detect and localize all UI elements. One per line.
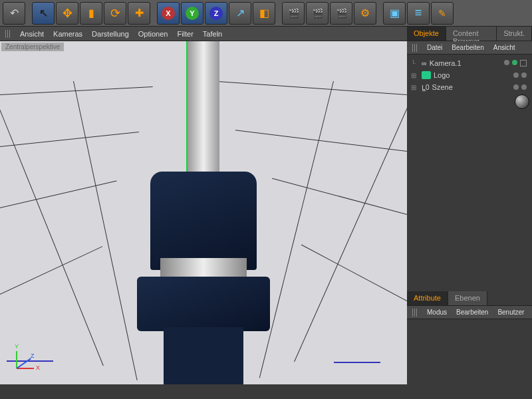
axis-y-label: Y: [15, 343, 19, 350]
axis-x-button[interactable]: X: [157, 2, 180, 25]
rotate-tool[interactable]: [104, 2, 126, 25]
tree-label: Logo: [434, 71, 450, 79]
menu-modus[interactable]: Modus: [427, 309, 447, 316]
tree-expand-icon[interactable]: ⊞: [411, 72, 419, 79]
menu-benutzer[interactable]: Benutzer: [497, 309, 524, 316]
cube-tool[interactable]: ▮: [80, 2, 102, 25]
axis-gizmo: X Y Z: [16, 335, 49, 368]
tab-objekte[interactable]: Objekte: [407, 27, 446, 41]
attributes-menubar: Modus Bearbeiten Benutzer: [407, 306, 532, 319]
objects-menubar: Datei Bearbeiten Ansicht: [407, 41, 532, 55]
render-button-1[interactable]: [282, 2, 305, 25]
menu-ansicht[interactable]: Ansicht: [20, 30, 44, 38]
tree-label: Kamera.1: [430, 59, 462, 67]
scale-tool[interactable]: [128, 2, 150, 25]
coord-tool[interactable]: ↗: [229, 2, 251, 25]
transform-tool[interactable]: ◧: [253, 2, 275, 25]
camera-icon: ∞: [422, 59, 427, 67]
layers-button[interactable]: [407, 2, 430, 25]
viewport-column: Ansicht Kameras Darstellung Optionen Fil…: [0, 27, 407, 384]
null-icon: [422, 71, 431, 79]
tab-attribute[interactable]: Attribute: [407, 291, 448, 305]
object-shadow: [164, 327, 243, 384]
render-settings-button[interactable]: [354, 2, 376, 25]
grip-icon: [412, 44, 418, 52]
tree-row-szene[interactable]: ⊞ L̲0 Szene: [408, 81, 531, 93]
menu-darstellung[interactable]: Darstellung: [92, 30, 129, 38]
menu-datei[interactable]: Datei: [427, 44, 442, 51]
tree-row-logo[interactable]: ⊞ Logo: [408, 69, 531, 81]
tree-expand-icon: └: [411, 60, 419, 67]
tree-expand-icon[interactable]: ⊞: [411, 84, 419, 91]
object-tree[interactable]: └ ∞ Kamera.1 ⊞ Logo ⊞ L̲0 Szene: [407, 55, 532, 291]
render-button-2[interactable]: [306, 2, 329, 25]
object-back: [150, 172, 257, 270]
attributes-panel: Attribute Ebenen Modus Bearbeiten Benutz…: [407, 291, 532, 384]
primitive-button[interactable]: [383, 2, 406, 25]
select-tool[interactable]: [32, 2, 55, 25]
render-button-3[interactable]: [330, 2, 352, 25]
axis-y-button[interactable]: Y: [181, 2, 203, 25]
object-seat: [137, 277, 270, 331]
tree-label: Szene: [432, 83, 453, 91]
menu-bearbeiten-attr[interactable]: Bearbeiten: [456, 309, 488, 316]
viewport-3d[interactable]: Zentralperspektive: [0, 41, 407, 384]
menu-optionen[interactable]: Optionen: [138, 30, 168, 38]
tab-struktur[interactable]: Strukt.: [497, 27, 532, 41]
scene-render: [0, 41, 407, 384]
grip-icon: [5, 30, 11, 38]
menu-tafeln[interactable]: Tafeln: [203, 30, 222, 38]
attributes-tabs: Attribute Ebenen: [407, 291, 532, 306]
null-icon: L̲0: [422, 84, 430, 91]
menu-kameras[interactable]: Kameras: [53, 30, 82, 38]
grip-icon: [412, 309, 418, 317]
tab-content-browser[interactable]: Content Browser: [446, 27, 497, 41]
menu-bearbeiten[interactable]: Bearbeiten: [452, 44, 483, 51]
tree-row-kamera[interactable]: └ ∞ Kamera.1: [408, 57, 531, 69]
axis-x-label: X: [36, 364, 40, 371]
move-tool[interactable]: [56, 2, 78, 25]
menu-filter[interactable]: Filter: [177, 30, 193, 38]
object-ribbon: [188, 41, 219, 174]
menu-ansicht-obj[interactable]: Ansicht: [493, 44, 515, 51]
main-toolbar: ↶ ▮ X Y Z ↗ ◧: [0, 0, 532, 27]
side-column: Objekte Content Browser Strukt. Datei Be…: [407, 27, 532, 384]
attributes-body: [407, 319, 532, 384]
objects-tabs: Objekte Content Browser Strukt.: [407, 27, 532, 41]
material-ball-icon[interactable]: [515, 94, 529, 109]
undo-button[interactable]: ↶: [3, 2, 25, 25]
axis-z-button[interactable]: Z: [205, 2, 227, 25]
edit-button[interactable]: [431, 2, 454, 25]
axis-z-label: Z: [31, 352, 35, 359]
tab-ebenen[interactable]: Ebenen: [448, 291, 487, 305]
viewport-menubar: Ansicht Kameras Darstellung Optionen Fil…: [0, 27, 407, 41]
